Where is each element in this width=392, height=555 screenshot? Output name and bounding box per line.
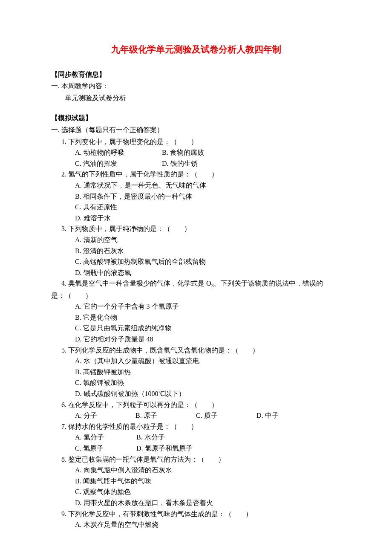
q3-option-a: A. 清新的空气	[51, 234, 341, 246]
q1-options-row2: C. 汽油的挥发 D. 铁的生锈	[51, 158, 341, 169]
section-header-sync: 【同步教育信息】	[51, 69, 341, 80]
q6-option-d: D. 中子	[257, 410, 279, 421]
q1-option-c: C. 汽油的挥发	[75, 158, 160, 169]
q4-option-c: C. 它是只由氧元素组成的纯净物	[51, 323, 341, 334]
q5-option-b: B. 高锰酸钾被加热	[51, 367, 341, 378]
q1-options-row1: A. 动植物的呼吸 B. 食物的腐败	[51, 147, 341, 158]
q1-option-b: B. 食物的腐败	[162, 149, 204, 156]
q7-option-a: A. 氢分子	[75, 432, 135, 443]
q8-option-b: B. 闻集气瓶中气体的气味	[51, 476, 341, 487]
q4-stem-line2: 是：（ ）	[51, 290, 341, 301]
q7-option-c: C. 氢原子	[75, 443, 135, 454]
q2-option-d: D. 难溶于水	[51, 213, 341, 224]
q4-stem-text1b: 。下列关于该物质的说法中，错误的	[214, 280, 323, 287]
q8-option-d: D. 用带火星的木条放在瓶口，看木条是否着火	[51, 497, 341, 509]
q8-option-c: C. 观察气体的颜色	[51, 486, 341, 497]
q6-stem: 6. 在化学反应中，下列粒子可以再分的是：（ ）	[55, 399, 341, 410]
q6-option-b: B. 原子	[135, 410, 182, 421]
q1-stem: 1. 下列变化中，属于物理变化的是：（ ）	[55, 136, 341, 147]
q2-stem: 2. 氢气的下列性质中，属于化学性质的是：（ ）	[55, 169, 341, 180]
q3-option-c: C. 高锰酸钾被加热制取氧气后的全部残留物	[51, 256, 341, 267]
q7-stem: 7. 保持水的化学性质的最小粒子是：（ ）	[55, 421, 341, 432]
part1-intro: 一. 选择题（每题只有一个正确答案）	[51, 124, 341, 136]
section-header-mock: 【模拟试题】	[51, 113, 341, 124]
q7-options-row1: A. 氢分子 B. 水分子	[51, 432, 341, 443]
weekly-content-value: 单元测验及试卷分析	[51, 92, 341, 104]
q2-option-a: A. 通常状况下，是一种无色、无气味的气体	[51, 180, 341, 191]
q4-stem-line1: 4. 臭氧是空气中一种含量极少的气体，化学式是 O3。下列关于该物质的说法中，错…	[51, 278, 341, 290]
q9-option-a: A. 木炭在足量的空气中燃烧	[51, 519, 341, 530]
q4-option-b: B. 它是化合物	[51, 312, 341, 323]
q2-option-c: C. 具有还原性	[51, 202, 341, 213]
q5-option-d: D. 碱式碳酸铜被加热（1000℃以下）	[51, 388, 341, 399]
q6-option-a: A. 分子	[75, 410, 122, 421]
page-title: 九年级化学单元测验及试卷分析人教四年制	[51, 43, 341, 57]
q9-stem: 9. 下列化学反应中，有带刺激性气味的气体生成的是：（ ）	[55, 509, 341, 520]
q1-option-a: A. 动植物的呼吸	[75, 147, 160, 158]
q4-option-d: D. 它的相对分子质量是 48	[51, 334, 341, 345]
q3-option-d: D. 钢瓶中的液态氧	[51, 267, 341, 278]
q3-option-b: B. 澄清的石灰水	[51, 246, 341, 257]
q4-stem-text1: 4. 臭氧是空气中一种含量极少的气体，化学式是 O	[61, 280, 211, 287]
q4-option-a: A. 它的一个分子中含有 3 个氧原子	[51, 301, 341, 312]
weekly-content-label: 一. 本周教学内容：	[51, 81, 341, 92]
q6-options-row: A. 分子 B. 原子 C. 质子 D. 中子	[51, 410, 341, 421]
q8-stem: 8. 鉴定已收集满的一瓶气体是氧气的方法为：（ ）	[55, 454, 341, 465]
q5-option-a: A. 水（其中加入少量硫酸）被通以直流电	[51, 356, 341, 367]
q7-option-b: B. 水分子	[136, 434, 165, 441]
q2-option-b: B. 相同条件下，是密度最小的一种气体	[51, 191, 341, 202]
q1-option-d: D. 铁的生锈	[162, 160, 198, 167]
q7-option-d: D. 氢原子和氧原子	[136, 445, 193, 452]
q5-stem: 5. 下列化学反应的生成物中，既含氧气又含氧化物的是：（ ）	[55, 345, 341, 356]
q3-stem: 3. 下列物质中，属于纯净物的是：（ ）	[55, 223, 341, 234]
q5-option-c: C. 氯酸钾被加热	[51, 377, 341, 388]
q7-options-row2: C. 氢原子 D. 氢原子和氧原子	[51, 443, 341, 454]
q6-option-c: C. 质子	[196, 410, 243, 421]
q8-option-a: A. 向集气瓶中倒入澄清的石灰水	[51, 465, 341, 476]
